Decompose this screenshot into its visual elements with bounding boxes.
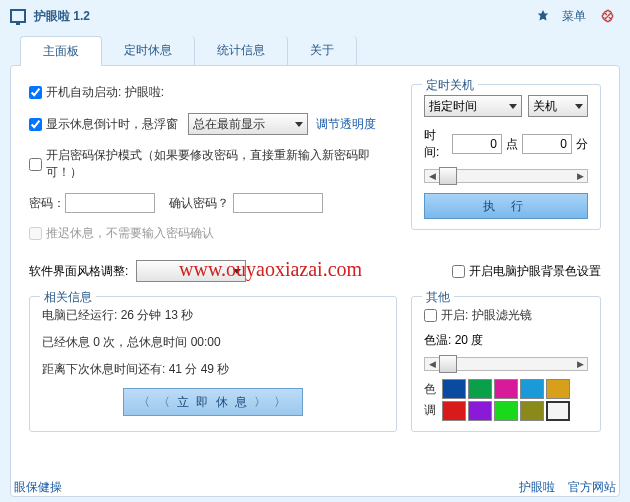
delay-label: 推迟休息，不需要输入密码确认 <box>46 225 214 242</box>
color-swatch[interactable] <box>494 379 518 399</box>
footer: 眼保健操 护眼啦 官方网站 <box>14 479 616 496</box>
app-icon <box>10 9 26 23</box>
color-swatch[interactable] <box>442 401 466 421</box>
color-swatch[interactable] <box>520 401 544 421</box>
display-mode-select[interactable]: 总在最前显示 <box>188 113 308 135</box>
countdown-label: 显示休息倒计时，悬浮窗 <box>46 116 178 133</box>
eye-exercise-link[interactable]: 眼保健操 <box>14 479 62 496</box>
color-temp-label: 色温: 20 度 <box>424 332 588 349</box>
temp-slider[interactable]: ◀ ▶ <box>424 357 588 371</box>
chevron-down-icon <box>233 269 241 274</box>
rest-now-button[interactable]: 〈 〈 立 即 休 息 〉 〉 <box>123 388 303 416</box>
color-swatch[interactable] <box>520 379 544 399</box>
delay-checkbox <box>29 227 42 240</box>
shutdown-action-select[interactable]: 关机 <box>528 95 588 117</box>
style-label: 软件界面风格调整: <box>29 263 128 280</box>
tab-stats[interactable]: 统计信息 <box>195 36 288 66</box>
min-input[interactable] <box>522 134 572 154</box>
slider-thumb[interactable] <box>439 355 457 373</box>
color-swatch[interactable] <box>468 401 492 421</box>
tab-main[interactable]: 主面板 <box>20 36 102 66</box>
adjust-opacity-link[interactable]: 调节透明度 <box>316 116 376 133</box>
password-input[interactable] <box>65 193 155 213</box>
info-runtime: 电脑已经运行: 26 分钟 13 秒 <box>42 307 384 324</box>
color-swatch[interactable] <box>442 379 466 399</box>
shutdown-title: 定时关机 <box>422 77 478 94</box>
pwd-label: 密码： <box>29 195 65 212</box>
chevron-down-icon <box>509 104 517 109</box>
info-group: 相关信息 电脑已经运行: 26 分钟 13 秒 已经休息 0 次，总休息时间 0… <box>29 296 397 432</box>
confirm-pwd-label: 确认密码？ <box>169 195 229 212</box>
execute-button[interactable]: 执 行 <box>424 193 588 219</box>
tabs: 主面板 定时休息 统计信息 关于 <box>0 36 630 66</box>
autostart-label: 开机自动启动: 护眼啦: <box>46 84 164 101</box>
info-next-rest: 距离下次休息时间还有: 41 分 49 秒 <box>42 361 384 378</box>
bg-color-label: 开启电脑护眼背景色设置 <box>469 263 601 280</box>
time-label: 时间: <box>424 127 448 161</box>
tab-about[interactable]: 关于 <box>288 36 357 66</box>
main-panel: 开机自动启动: 护眼啦: 显示休息倒计时，悬浮窗 总在最前显示 调节透明度 开启… <box>10 65 620 497</box>
confirm-password-input[interactable] <box>233 193 323 213</box>
other-group: 其他 开启: 护眼滤光镜 色温: 20 度 ◀ ▶ 色 调 <box>411 296 601 432</box>
slider-right-icon[interactable]: ▶ <box>573 170 587 182</box>
tab-timed-rest[interactable]: 定时休息 <box>102 36 195 66</box>
color-swatch[interactable] <box>546 401 570 421</box>
titlebar: 护眼啦 1.2 菜单 ⛒ <box>0 0 630 32</box>
filter-label: 开启: 护眼滤光镜 <box>441 307 532 324</box>
other-title: 其他 <box>422 289 454 306</box>
style-select[interactable] <box>136 260 246 282</box>
menu-button[interactable]: 菜单 <box>562 8 586 25</box>
shutdown-group: 定时关机 指定时间 关机 时间: 点 分 ◀ ▶ <box>411 84 601 230</box>
pwd-protect-checkbox[interactable] <box>29 158 42 171</box>
chevron-down-icon <box>575 104 583 109</box>
color-swatch[interactable] <box>546 379 570 399</box>
pwd-protect-label: 开启密码保护模式（如果要修改密码，直接重新输入新密码即可！） <box>46 147 397 181</box>
official-site-link[interactable]: 官方网站 <box>568 480 616 494</box>
hour-input[interactable] <box>452 134 502 154</box>
color-label-1: 色 <box>424 381 436 398</box>
countdown-checkbox[interactable] <box>29 118 42 131</box>
app-link[interactable]: 护眼啦 <box>519 480 555 494</box>
app-title: 护眼啦 1.2 <box>34 8 536 25</box>
pin-icon[interactable] <box>536 9 550 23</box>
color-swatch[interactable] <box>468 379 492 399</box>
close-button[interactable]: ⛒ <box>598 8 620 24</box>
autostart-checkbox[interactable] <box>29 86 42 99</box>
slider-left-icon[interactable]: ◀ <box>425 358 439 370</box>
color-palette <box>442 379 570 421</box>
slider-thumb[interactable] <box>439 167 457 185</box>
shutdown-mode-select[interactable]: 指定时间 <box>424 95 522 117</box>
info-title: 相关信息 <box>40 289 96 306</box>
slider-right-icon[interactable]: ▶ <box>573 358 587 370</box>
time-slider[interactable]: ◀ ▶ <box>424 169 588 183</box>
color-label-2: 调 <box>424 402 436 419</box>
info-rest-count: 已经休息 0 次，总休息时间 00:00 <box>42 334 384 351</box>
slider-left-icon[interactable]: ◀ <box>425 170 439 182</box>
chevron-down-icon <box>295 122 303 127</box>
bg-color-checkbox[interactable] <box>452 265 465 278</box>
color-swatch[interactable] <box>494 401 518 421</box>
filter-checkbox[interactable] <box>424 309 437 322</box>
